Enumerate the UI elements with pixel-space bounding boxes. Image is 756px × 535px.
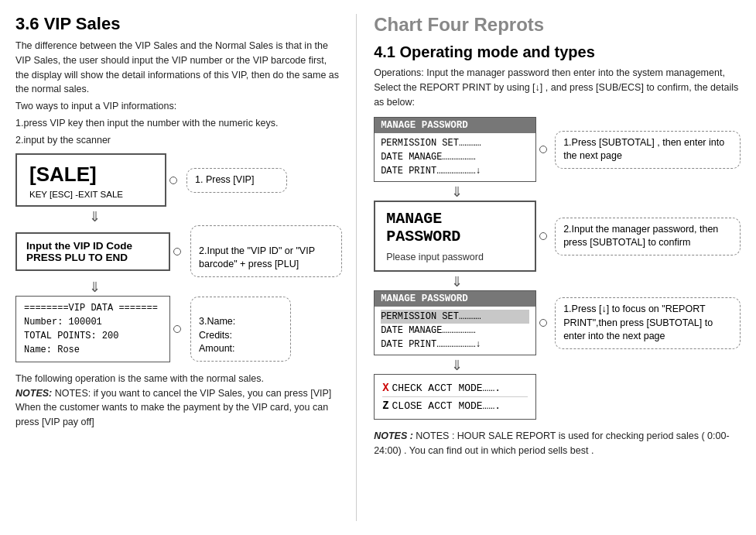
date-print2: DATE PRINT…………………↓: [381, 338, 529, 352]
manage-box2-wrap: MANAGE PASSWORD PERMISSION SET………… DATE …: [374, 290, 536, 355]
data-col: ========VIP DATA ======= Number: 100001 …: [15, 296, 170, 362]
left-diagram: [SALE] KEY [ESC] -EXIT SALE 1. Press [VI…: [15, 153, 342, 364]
circle-r2: [539, 232, 547, 240]
manage-bar1: MANAGE PASSWORD: [375, 118, 535, 133]
left-body: The difference between the VIP Sales and…: [15, 39, 342, 147]
sale-col: [SALE] KEY [ESC] -EXIT SALE: [15, 153, 166, 207]
circle3: [173, 325, 181, 333]
notes-em: NOTES:: [15, 388, 52, 399]
vip-line1: Input the VIP ID Code: [26, 240, 159, 252]
manage-bar2: MANAGE PASSWORD: [375, 291, 535, 307]
notes-label: NOTES :: [374, 430, 413, 441]
row-sale: [SALE] KEY [ESC] -EXIT SALE 1. Press [VI…: [15, 153, 342, 207]
mp-big-title: MANAGE PASSWORD: [386, 210, 524, 245]
x-row: X CHECK ACCT MODE…….: [382, 379, 528, 396]
vip-data-box: ========VIP DATA ======= Number: 100001 …: [15, 296, 170, 362]
sale-subtitle: KEY [ESC] -EXIT SALE: [29, 190, 152, 199]
z-letter: Z: [382, 400, 388, 412]
arrow1: ⇓: [89, 208, 101, 225]
notes-para: NOTES : NOTES : HOUR SALE REPORT is used…: [374, 429, 741, 458]
right-main-title: Chart Four Reprots: [374, 14, 741, 36]
vip-data-line2: Number: 100001: [24, 315, 162, 329]
left-footnotes: The following operation is the same with…: [15, 372, 342, 430]
step2-label: 2.Input the "VIP ID" or "VIP barcode" + …: [199, 245, 315, 270]
manage-box2-inner: PERMISSION SET………… DATE MANAGE……………… DAT…: [375, 307, 535, 355]
page: 3.6 VIP Sales The difference between the…: [0, 0, 756, 535]
sale-title: [SALE]: [29, 163, 152, 187]
step3-col: 3.Name: Credits: Amount:: [190, 297, 291, 362]
right-row3: MANAGE PASSWORD PERMISSION SET………… DATE …: [374, 290, 741, 355]
right-row4: X CHECK ACCT MODE……. Z CLOSE ACCT MODE………: [374, 374, 536, 420]
right-body1: Operations: Input the manager password t…: [374, 66, 741, 109]
right-row1: MANAGE PASSWORD PERMISSION SET………… DATE …: [374, 117, 741, 182]
footnote3: When the customer wants to make the paym…: [15, 400, 342, 430]
step2-note: 2.Input the manager password, then press…: [563, 224, 718, 249]
left-body3: 1.press VIP key then input the number wi…: [15, 116, 342, 131]
right-sub-title: 4.1 Operating mode and types: [374, 43, 741, 61]
step3-label: 3.Name: Credits: Amount:: [199, 316, 235, 354]
left-column: 3.6 VIP Sales The difference between the…: [15, 14, 357, 521]
date-print1: DATE PRINT…………………↓: [381, 164, 529, 178]
permission-set2: PERMISSION SET…………: [381, 310, 529, 324]
left-section-title: 3.6 VIP Sales: [15, 14, 342, 34]
circle2: [173, 248, 181, 255]
footnote1: The following operation is the same with…: [15, 372, 342, 386]
date-manage1: DATE MANAGE………………: [381, 150, 529, 164]
left-body2: Two ways to input a VIP informations:: [15, 99, 342, 114]
circle1: [169, 177, 177, 184]
vip-box: Input the VIP ID Code PRESS PLU TO END: [15, 232, 170, 271]
manage-box1: MANAGE PASSWORD PERMISSION SET………… DATE …: [374, 117, 536, 182]
x-text: CHECK ACCT MODE…….: [392, 382, 501, 394]
xz-box: X CHECK ACCT MODE……. Z CLOSE ACCT MODE………: [374, 374, 536, 420]
x-letter: X: [382, 382, 388, 394]
right-notes: NOTES : NOTES : HOUR SALE REPORT is used…: [374, 429, 741, 458]
circle-r3: [539, 319, 547, 327]
row-data: ========VIP DATA ======= Number: 100001 …: [15, 296, 342, 362]
z-row: Z CLOSE ACCT MODE…….: [382, 396, 528, 414]
permission-set1: PERMISSION SET…………: [381, 136, 529, 150]
left-body1: The difference between the VIP Sales and…: [15, 39, 342, 97]
step1-col: 1. Press [VIP]: [186, 168, 287, 193]
step3-note-box: 1.Press [↓] to focus on "REPORT PRINT",t…: [555, 297, 741, 349]
sale-box: [SALE] KEY [ESC] -EXIT SALE: [15, 153, 166, 207]
right-arrow1: ⇓: [451, 183, 463, 201]
right-row2: MANAGE PASSWORD Please input password 2.…: [374, 201, 741, 272]
left-body4: 2.input by the scanner: [15, 133, 342, 148]
right-column: Chart Four Reprots 4.1 Operating mode an…: [357, 14, 741, 521]
manage-password-big: MANAGE PASSWORD Please input password: [374, 201, 536, 272]
step1-box: 1. Press [VIP]: [186, 168, 287, 193]
step2-box: 2.Input the "VIP ID" or "VIP barcode" + …: [190, 225, 342, 277]
vip-col: Input the VIP ID Code PRESS PLU TO END: [15, 232, 170, 271]
notes-text: NOTES : HOUR SALE REPORT is used for che…: [374, 430, 729, 456]
manage-box1-wrap: MANAGE PASSWORD PERMISSION SET………… DATE …: [374, 117, 536, 182]
vip-data-line3: TOTAL POINTS: 200: [24, 329, 162, 343]
vip-line2: PRESS PLU TO END: [26, 252, 159, 263]
right-arrow2: ⇓: [451, 273, 463, 290]
mp-big-sub: Please input password: [386, 252, 524, 262]
footnote2: NOTES: NOTES: if you want to cancel the …: [15, 386, 342, 401]
step3-note: 1.Press [↓] to focus on "REPORT PRINT",t…: [563, 304, 713, 341]
step3-box: 3.Name: Credits: Amount:: [190, 297, 291, 362]
manage-box1-inner: PERMISSION SET………… DATE MANAGE……………… DAT…: [375, 133, 535, 181]
row-vip: Input the VIP ID Code PRESS PLU TO END 2…: [15, 225, 342, 277]
step2-col: 2.Input the "VIP ID" or "VIP barcode" + …: [190, 225, 342, 277]
date-manage2: DATE MANAGE………………: [381, 324, 529, 338]
z-text: CLOSE ACCT MODE…….: [392, 400, 501, 412]
right-arrow3: ⇓: [451, 357, 463, 374]
manage-box2: MANAGE PASSWORD PERMISSION SET………… DATE …: [374, 290, 536, 355]
step1-note: 1.Press [SUBTOTAL] , then enter into the…: [563, 137, 724, 162]
arrow2: ⇓: [89, 279, 101, 296]
right-diagram: MANAGE PASSWORD PERMISSION SET………… DATE …: [374, 117, 741, 421]
step1-note-box: 1.Press [SUBTOTAL] , then enter into the…: [555, 131, 741, 169]
step1-label: 1. Press [VIP]: [195, 174, 254, 185]
circle-r1: [539, 146, 547, 153]
vip-data-line1: ========VIP DATA =======: [24, 301, 162, 315]
step2-note-box: 2.Input the manager password, then press…: [555, 218, 741, 255]
vip-data-line4: Name: Rose: [24, 343, 162, 357]
